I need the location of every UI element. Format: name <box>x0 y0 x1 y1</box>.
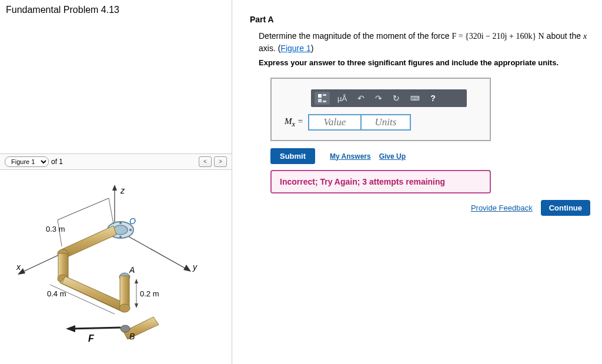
svg-rect-39 <box>323 101 326 102</box>
sigfig-instruction: Express your answer to three significant… <box>259 58 590 67</box>
value-input[interactable] <box>308 114 361 131</box>
svg-point-14 <box>119 236 122 238</box>
symbols-button[interactable]: µÅ <box>335 94 350 103</box>
figure-next-button[interactable]: > <box>214 156 227 167</box>
figure-of-label: of 1 <box>51 158 63 166</box>
submit-button[interactable]: Submit <box>270 148 315 164</box>
feedback-message: Incorrect; Try Again; 3 attempts remaini… <box>270 170 491 193</box>
svg-marker-33 <box>135 279 138 283</box>
figure-prev-button[interactable]: < <box>199 156 212 167</box>
svg-text:F: F <box>88 333 95 343</box>
svg-point-21 <box>121 325 130 332</box>
part-a-instruction: Determine the magnitude of the moment of… <box>259 30 590 55</box>
figure-image: z y x O <box>0 170 232 364</box>
svg-line-23 <box>71 328 121 329</box>
redo-icon[interactable]: ↷ <box>372 93 385 103</box>
figure-header: Figure 1 of 1 < > <box>0 154 232 170</box>
svg-text:O: O <box>129 216 136 226</box>
keyboard-icon[interactable]: ⌨ <box>407 95 423 102</box>
reset-icon[interactable]: ↻ <box>390 93 403 103</box>
svg-rect-36 <box>318 94 322 98</box>
svg-text:0.2 m: 0.2 m <box>140 289 159 298</box>
svg-marker-4 <box>183 265 191 272</box>
svg-point-12 <box>129 229 132 231</box>
figure-link[interactable]: Figure 1 <box>280 44 310 53</box>
templates-icon[interactable] <box>315 92 330 105</box>
svg-line-28 <box>109 198 113 224</box>
svg-text:z: z <box>120 186 125 195</box>
svg-rect-37 <box>323 94 326 96</box>
svg-marker-1 <box>112 185 117 191</box>
svg-marker-24 <box>66 325 75 332</box>
svg-text:0.3 m: 0.3 m <box>46 225 65 233</box>
help-icon[interactable]: ? <box>427 93 439 103</box>
svg-marker-34 <box>135 303 138 308</box>
undo-icon[interactable]: ↶ <box>354 93 367 103</box>
svg-text:A: A <box>129 265 135 275</box>
svg-text:B: B <box>129 332 135 341</box>
figure-select[interactable]: Figure 1 <box>5 156 49 167</box>
svg-line-26 <box>58 198 109 220</box>
problem-title: Fundamental Problem 4.13 <box>0 0 232 20</box>
give-up-link[interactable]: Give Up <box>379 152 406 161</box>
units-input[interactable] <box>361 114 411 131</box>
answer-box: µÅ ↶ ↷ ↻ ⌨ ? Mx = <box>270 78 491 141</box>
provide-feedback-link[interactable]: Provide Feedback <box>471 203 533 212</box>
answer-toolbar: µÅ ↶ ↷ ↻ ⌨ ? <box>311 89 467 107</box>
svg-text:y: y <box>192 262 198 272</box>
svg-point-13 <box>119 222 122 224</box>
continue-button[interactable]: Continue <box>541 200 590 216</box>
answer-label: Mx = <box>285 116 303 129</box>
my-answers-link[interactable]: My Answers <box>330 152 371 161</box>
svg-text:x: x <box>16 262 21 272</box>
svg-text:0.4 m: 0.4 m <box>47 289 66 298</box>
svg-rect-38 <box>318 99 322 102</box>
part-a-title: Part A <box>250 15 590 24</box>
svg-point-20 <box>119 304 130 312</box>
